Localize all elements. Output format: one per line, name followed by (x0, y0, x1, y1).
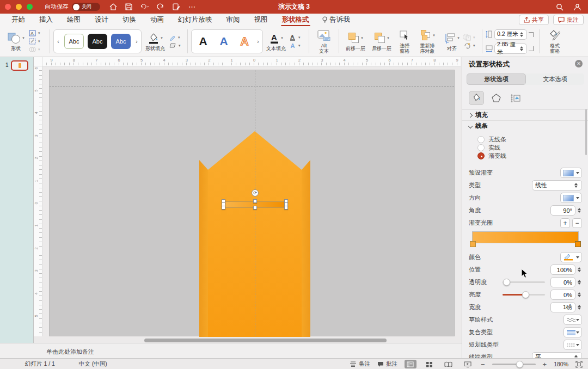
size-properties-category-button[interactable] (508, 91, 523, 105)
direction-dropdown[interactable] (560, 193, 582, 203)
ribbon-tab-审阅[interactable]: 审阅 (226, 14, 240, 26)
close-panel-icon[interactable]: ✕ (575, 60, 583, 67)
width-stepper[interactable] (519, 46, 524, 51)
account-icon[interactable] (573, 3, 581, 11)
fit-slide-icon[interactable] (575, 361, 583, 368)
resize-handle[interactable] (253, 199, 257, 203)
effects-category-button[interactable] (488, 91, 504, 105)
shape-style-swatch[interactable]: Abc (88, 34, 107, 49)
position-stepper[interactable] (577, 267, 582, 272)
redo-button[interactable] (156, 3, 164, 11)
compound-type-dropdown[interactable] (564, 327, 582, 337)
shape-style-swatch[interactable]: Abc (64, 34, 84, 49)
brightness-field[interactable]: 0% (550, 290, 575, 300)
autosave-toggle[interactable]: 关闭 (72, 3, 100, 11)
normal-view-button[interactable] (405, 360, 416, 368)
gallery-next-icon[interactable]: › (256, 39, 260, 45)
resize-handle[interactable] (284, 206, 288, 210)
slide-sorter-view-button[interactable] (424, 360, 436, 368)
text-box-button[interactable]: A▾ (29, 30, 46, 37)
comments-button[interactable]: 批注 (553, 15, 584, 25)
height-stepper[interactable] (519, 32, 524, 37)
close-window-button[interactable] (5, 4, 11, 10)
section-line[interactable]: 线条 (462, 120, 588, 131)
shapes-button[interactable]: ▾ 形状 (3, 32, 29, 51)
ribbon-tab-形状格式[interactable]: 形状格式 (282, 14, 309, 26)
slideshow-view-button[interactable] (462, 360, 474, 368)
fill-line-category-button[interactable] (469, 91, 484, 105)
bring-forward-button[interactable]: ▾ 前移一层 (342, 32, 369, 51)
merge-shapes-button[interactable]: ▾ (29, 46, 46, 53)
resize-handle[interactable] (253, 206, 257, 210)
radio-solid-line[interactable]: 实线 (462, 144, 588, 152)
horizontal-guide[interactable] (50, 86, 454, 87)
format-pane-button[interactable]: 格式 窗格 (543, 29, 567, 54)
ribbon-tab-开始[interactable]: 开始 (11, 14, 25, 26)
section-fill[interactable]: 填充 (462, 109, 588, 120)
tab-tell-me[interactable]: 告诉我 (322, 15, 351, 24)
comments-toggle-button[interactable]: 批注 (377, 360, 397, 368)
notes-bar[interactable]: 单击此处添加备注 (0, 343, 462, 358)
preset-gradient-dropdown[interactable] (560, 168, 582, 178)
wordart-style-swatch[interactable]: A (194, 35, 212, 48)
width-stepper[interactable] (577, 305, 582, 310)
resize-handle[interactable] (222, 206, 225, 210)
ribbon-tab-设计[interactable]: 设计 (95, 14, 108, 26)
radio-gradient-line[interactable]: 渐变线 (462, 152, 588, 160)
gradient-bar[interactable] (472, 231, 579, 243)
text-effects-button[interactable]: A▾ (289, 42, 305, 49)
horizontal-scrollbar[interactable] (144, 339, 387, 342)
zoom-slider-thumb[interactable] (516, 361, 523, 368)
zoom-in-button[interactable]: + (543, 360, 547, 368)
rotate-button[interactable]: ▾ (463, 42, 479, 49)
text-fill-button[interactable]: A ▾ 文本填充 (263, 32, 289, 51)
wordart-style-swatch[interactable]: A (235, 35, 254, 48)
ribbon-tab-幻灯片放映[interactable]: 幻灯片放映 (178, 14, 212, 26)
shape-width-field[interactable]: 2.85 厘米 (494, 44, 527, 54)
more-commands-icon[interactable]: ⋯ (188, 3, 196, 11)
share-button[interactable]: 共享 (519, 15, 549, 25)
radio-no-line[interactable]: 无线条 (462, 136, 588, 144)
ribbon-tab-插入[interactable]: 插入 (39, 14, 53, 26)
selection-pane-button[interactable]: 选择 窗格 (395, 29, 414, 54)
gradient-stop-right[interactable] (575, 241, 581, 247)
slide[interactable]: ⟳ (49, 70, 455, 336)
language-indicator[interactable]: 中文 (中国) (79, 360, 107, 368)
wordart-style-swatch[interactable]: A (215, 35, 233, 48)
gradient-stop-left[interactable] (470, 241, 476, 247)
rotation-handle[interactable]: ⟳ (252, 189, 259, 196)
slider-thumb[interactable] (503, 279, 510, 286)
ribbon-tab-绘图[interactable]: 绘图 (67, 14, 81, 26)
transparency-slider[interactable] (503, 281, 545, 283)
reading-view-button[interactable] (443, 360, 455, 368)
group-button[interactable]: ▾ (463, 34, 479, 41)
align-button[interactable]: ▾ 对齐 (440, 32, 463, 51)
reorder-objects-button[interactable]: ▾ 重新排 序对象 (414, 29, 440, 54)
angle-stepper[interactable] (577, 208, 582, 213)
angle-field[interactable]: 90° (550, 205, 575, 216)
brightness-slider[interactable] (503, 294, 545, 296)
ribbon-tab-动画[interactable]: 动画 (150, 14, 164, 26)
line-width-field[interactable]: 1磅 (550, 302, 575, 312)
shape-effects-button[interactable]: ▾ (169, 42, 184, 49)
tab-shape-options[interactable]: 形状选项 (467, 73, 526, 85)
search-icon[interactable] (555, 3, 564, 11)
add-stop-button[interactable]: + (560, 218, 570, 228)
save-icon[interactable] (125, 3, 133, 11)
transparency-field[interactable]: 0% (550, 277, 575, 287)
minimize-window-button[interactable] (16, 4, 22, 10)
send-backward-button[interactable]: ▾ 后移一层 (369, 32, 395, 51)
remove-stop-button[interactable]: − (572, 218, 582, 228)
zoom-window-button[interactable] (27, 4, 33, 10)
ribbon-tab-切换[interactable]: 切换 (122, 14, 136, 26)
undo-button[interactable] (140, 3, 149, 11)
gradient-type-select[interactable]: 线性 (532, 180, 582, 190)
shape-fill-button[interactable]: ▾ 形状填充 (142, 32, 169, 51)
notes-toggle-button[interactable]: 备注 (350, 360, 370, 368)
zoom-level[interactable]: 180% (554, 361, 568, 367)
slide-thumbnail[interactable] (11, 60, 28, 71)
gallery-prev-icon[interactable]: ‹ (56, 39, 60, 45)
color-dropdown[interactable] (560, 252, 582, 262)
dash-type-dropdown[interactable] (564, 340, 582, 350)
tab-text-options[interactable]: 文本选项 (526, 73, 584, 85)
